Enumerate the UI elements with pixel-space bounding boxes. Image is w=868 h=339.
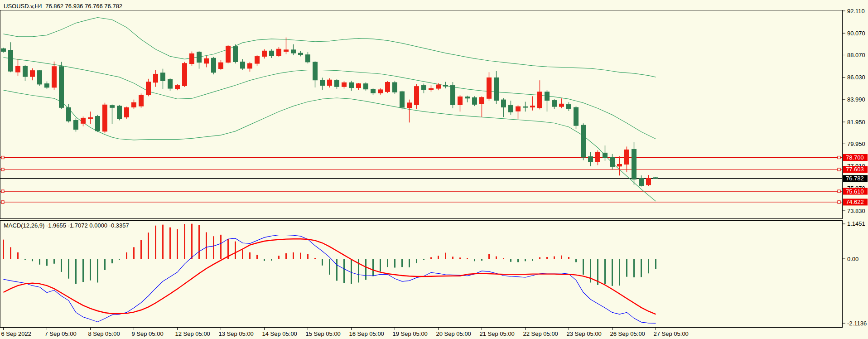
candle-body [45,84,49,87]
candle-body [639,179,644,186]
candle-body [654,178,658,179]
time-axis-label: 26 Sep 05:00 [610,330,645,337]
candle-body [538,92,542,108]
price-line-label: 77.603 [846,166,864,173]
price-line-label: 75.610 [846,188,864,195]
price-tick-label: 79.950 [847,140,865,147]
candle-body [291,50,296,53]
candle-body [81,118,86,123]
candle-body [204,58,209,63]
price-tick-label: 73.830 [847,208,865,214]
candle-body [110,106,115,108]
candle-body [349,82,354,87]
candle-body [277,49,281,56]
trading-chart: 92.11090.07088.07086.03083.99081.95079.9… [0,0,868,339]
macd-tick-label: 1.1451 [847,220,865,227]
line-anchor-icon [1,156,4,159]
time-axis-label: 8 Sep 05:00 [88,330,120,337]
candle-body [197,52,202,63]
candle-body [284,50,289,52]
time-axis-label: 13 Sep 05:00 [219,330,254,337]
candle-body [328,80,332,86]
candle-body [262,51,267,56]
candle-body [342,82,347,87]
candle-body [74,120,78,129]
candle-body [545,92,550,101]
candle-body [357,84,361,88]
candle-body [617,164,622,166]
candle-body [364,84,368,89]
line-anchor-icon [838,190,840,193]
price-tick-label: 92.110 [847,8,865,15]
candle-body [516,107,521,111]
candle-body [313,62,318,80]
candle-body [59,67,64,107]
price-line-label: 76.782 [846,175,864,182]
candle-body [494,77,499,100]
time-axis-label: 6 Sep 2022 [1,330,32,337]
time-axis-label: 22 Sep 05:00 [523,330,558,337]
candle-body [574,107,579,126]
candle-body [23,66,28,77]
candle-body [38,71,42,84]
candle-body [429,88,434,90]
chart-title: USOUSD.v,H4 76.862 76.936 76.766 76.782 [4,3,122,10]
price-tick-label: 88.070 [847,52,865,58]
candle-body [226,46,231,62]
candle-body [451,85,455,105]
candle-body [603,153,608,158]
candle-body [552,101,557,107]
candle-body [502,100,506,107]
candle-body [458,97,463,105]
time-axis-label: 7 Sep 05:00 [45,330,77,337]
price-line-label: 74.622 [846,199,864,205]
price-tick-label: 86.030 [847,74,865,81]
candle-body [52,67,57,87]
candle-body [1,48,6,51]
price-line-label: 78.700 [846,154,864,161]
candle-body [588,157,593,162]
time-axis-label: 15 Sep 05:00 [306,330,341,337]
candle-body [9,50,13,72]
time-axis-label: 16 Sep 05:00 [349,330,384,337]
candle-body [407,103,412,108]
line-anchor-icon [838,201,840,203]
candle-body [596,152,600,162]
candle-body [96,116,100,131]
candle-body [212,58,216,73]
candle-body [219,63,223,69]
candle-body [132,102,136,107]
candle-body [581,125,586,157]
candle-body [117,106,122,119]
candle-body [168,79,173,88]
candle-body [444,85,448,86]
candle-body [67,107,71,121]
time-axis-label: 27 Sep 05:00 [654,330,689,337]
candle-body [646,179,651,185]
candle-body [335,80,339,87]
time-axis-label: 12 Sep 05:00 [175,330,210,337]
candle-body [241,62,245,68]
time-axis-label: 9 Sep 05:00 [132,330,164,337]
candle-body [480,97,484,104]
candle-body [632,149,637,179]
candle-body [509,105,513,112]
candle-body [559,104,564,107]
time-axis-label: 20 Sep 05:00 [436,330,471,337]
candle-body [523,107,528,107]
time-axis-label: 14 Sep 05:00 [262,330,297,337]
candle-body [233,47,238,62]
candle-body [103,105,107,131]
macd-tick-label: 0.00 [847,256,858,262]
candle-body [465,97,470,98]
candle-body [436,85,441,88]
time-axis-label: 19 Sep 05:00 [393,330,428,337]
candle-body [175,85,180,89]
candle-body [30,71,35,77]
candle-body [139,95,144,107]
macd-tick-label: -2.1136 [847,320,867,327]
candle-body [610,158,615,167]
candle-body [422,85,426,90]
candle-body [371,89,376,93]
candle-body [386,82,390,92]
